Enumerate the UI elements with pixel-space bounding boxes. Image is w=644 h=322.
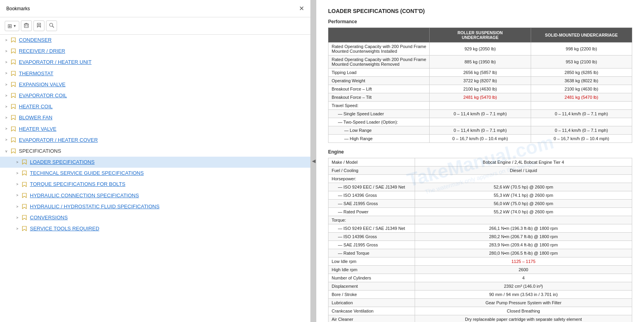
page-title: LOADER SPECIFICATIONS (CONT'D) [328, 8, 632, 14]
table-cell-roller: 885 kg (1950 lb) [430, 56, 531, 68]
bookmark-item-evap-heater-cover[interactable]: >EVAPORATOR / HEATER COVER [0, 135, 310, 146]
bookmark-flag-icon [20, 215, 28, 220]
bookmark-toggle-expansion-valve[interactable]: > [3, 82, 9, 87]
table-cell-solid: 0 – 11,4 km/h (0 – 7.1 mph) [531, 110, 632, 118]
engine-table-body: Make / ModelBobcat Engine / 2,4L Bobcat … [328, 158, 632, 322]
bookmark-toggle-evap-heater-cover[interactable]: > [3, 137, 9, 142]
table-cell-value [415, 175, 632, 183]
add-bookmark-button[interactable] [33, 20, 44, 31]
bookmark-flag-icon [20, 226, 28, 231]
collapse-arrow-icon: ◀ [312, 158, 316, 164]
bookmark-toggle-evap-heater-unit[interactable]: > [3, 60, 9, 65]
table-cell-roller: 0 – 16,7 km/h (0 – 10.4 mph) [430, 135, 531, 143]
bookmark-flag-icon [20, 193, 28, 198]
table-cell-label: Air Cleaner [328, 315, 415, 322]
bookmark-toggle-hydraulic-conn[interactable]: > [14, 193, 20, 198]
table-row: Horsepower: [328, 175, 632, 183]
bookmark-item-expansion-valve[interactable]: >EXPANSION VALVE [0, 79, 310, 90]
bookmark-toggle-loader-specs[interactable]: > [14, 160, 20, 165]
table-row: — Rated Power55,2 kW (74.0 hp) @ 2600 rp… [328, 208, 632, 216]
table-row: Operating Weight3722 kg (8207 lb)3638 kg… [328, 77, 632, 85]
grid-view-button[interactable]: ⊞ ▼ [5, 21, 19, 31]
search-bookmark-button[interactable] [46, 20, 57, 31]
bookmark-toggle-thermostat[interactable]: > [3, 71, 9, 76]
bookmark-item-heater-coil[interactable]: >HEATER COIL [0, 101, 310, 112]
bookmark-toggle-heater-coil[interactable]: > [3, 104, 9, 109]
bookmark-item-evap-heater-unit[interactable]: >EVAPORATOR / HEATER UNIT [0, 57, 310, 68]
bookmark-toggle-torque-bolts[interactable]: > [14, 182, 20, 187]
bookmark-item-hydraulic-fluid[interactable]: >HYDRAULIC / HYDROSTATIC FLUID SPECIFICA… [0, 201, 310, 212]
bookmark-flag-icon [9, 59, 17, 65]
bookmark-flag-icon [20, 204, 28, 209]
table-row: Rated Operating Capacity with 200 Pound … [328, 43, 632, 56]
table-row: High Idle rpm2600 [328, 266, 632, 274]
table-row: Breakout Force – Tilt2481 kg (5470 lb)24… [328, 93, 632, 102]
bookmark-label-heater-valve: HEATER VALVE [19, 126, 307, 133]
bookmark-toggle-specifications[interactable]: v [3, 149, 9, 154]
bookmark-toggle-evap-coil[interactable]: > [3, 93, 9, 98]
table-row: Crankcase VentilationClosed Breathing [328, 307, 632, 315]
bookmark-flag-icon [20, 170, 28, 176]
bookmark-toggle-blower-fan[interactable]: > [3, 115, 9, 120]
bookmark-label-service-tools: SERVICE TOOLS REQUIRED [30, 225, 307, 232]
bookmark-item-blower-fan[interactable]: >BLOWER FAN [0, 112, 310, 123]
table-cell-label: — SAE J1995 Gross [328, 241, 415, 249]
bookmark-label-condenser: CONDENSER [19, 37, 307, 44]
bookmark-item-conversions[interactable]: >CONVERSIONS [0, 212, 310, 223]
table-cell-label: — Rated Torque [328, 249, 415, 257]
bookmarks-header: Bookmarks ✕ [0, 0, 310, 17]
bookmark-toggle-hydraulic-fluid[interactable]: > [14, 204, 20, 209]
table-cell-label: Breakout Force – Lift [328, 85, 430, 93]
bookmark-label-expansion-valve: EXPANSION VALVE [19, 81, 307, 88]
table-row: — Low Range0 – 11,4 km/h (0 – 7.1 mph)0 … [328, 126, 632, 135]
bookmarks-panel: Bookmarks ✕ ⊞ ▼ [0, 0, 311, 322]
bookmark-item-hydraulic-conn[interactable]: >HYDRAULIC CONNECTION SPECIFICATIONS [0, 190, 310, 201]
panel-divider[interactable]: ◀ [311, 0, 316, 322]
bookmark-label-specifications: SPECIFICATIONS [19, 148, 307, 155]
table-cell-solid: 2850 kg (6285 lb) [531, 68, 632, 77]
table-row: — Two-Speed Loader (Option): [328, 118, 632, 126]
perf-header-col3: SOLID-MOUNTED UNDERCARRIAGE [531, 28, 632, 43]
table-row: Rated Operating Capacity with 200 Pound … [328, 56, 632, 68]
table-cell-label: Rated Operating Capacity with 200 Pound … [328, 43, 430, 56]
bookmark-item-condenser[interactable]: >CONDENSER [0, 35, 310, 46]
bookmark-item-specifications[interactable]: vSPECIFICATIONS [0, 146, 310, 157]
table-cell-solid [531, 118, 632, 126]
table-row: LubricationGear Pump Pressure System wit… [328, 299, 632, 307]
table-row: — SAE J1995 Gross283,9 N•m (209.4 ft-lb)… [328, 241, 632, 249]
table-cell-label: Displacement [328, 282, 415, 291]
table-row: Low Idle rpm1125 – 1175 [328, 257, 632, 266]
bookmark-toggle-condenser[interactable]: > [3, 38, 9, 43]
bookmark-flag-icon [9, 82, 17, 87]
bookmark-item-loader-specs[interactable]: >LOADER SPECIFICATIONS [0, 157, 310, 168]
bookmark-toggle-service-tools[interactable]: > [14, 226, 20, 231]
table-row: Make / ModelBobcat Engine / 2,4L Bobcat … [328, 158, 632, 167]
bookmark-item-receiver-drier[interactable]: >RECEIVER / DRIER [0, 46, 310, 57]
bookmark-toggle-receiver-drier[interactable]: > [3, 49, 9, 54]
table-cell-label: — Two-Speed Loader (Option): [328, 118, 430, 126]
bookmark-item-heater-valve[interactable]: >HEATER VALVE [0, 124, 310, 135]
perf-header-col2: ROLLER SUSPENSIONUNDERCARRIAGE [430, 28, 531, 43]
table-cell-roller: 929 kg (2050 lb) [430, 43, 531, 56]
bookmark-item-torque-bolts[interactable]: >TORQUE SPECIFICATIONS FOR BOLTS [0, 179, 310, 190]
bookmark-item-evap-coil[interactable]: >EVAPORATOR COIL [0, 90, 310, 101]
bookmark-label-torque-bolts: TORQUE SPECIFICATIONS FOR BOLTS [30, 181, 307, 188]
table-cell-solid: 998 kg (2200 lb) [531, 43, 632, 56]
engine-section-label: Engine [328, 149, 632, 155]
table-cell-roller: 2656 kg (5857 lb) [430, 68, 531, 77]
close-button[interactable]: ✕ [299, 5, 304, 12]
bookmark-toggle-tech-service-guide[interactable]: > [14, 171, 20, 176]
bookmark-item-tech-service-guide[interactable]: >TECHINCAL SERVICE GUIDE SPECIFICATIONS [0, 168, 310, 179]
table-row: Number of Cylinders4 [328, 274, 632, 282]
bookmark-item-thermostat[interactable]: >THERMOSTAT [0, 68, 310, 79]
bookmark-item-service-tools[interactable]: >SERVICE TOOLS REQUIRED [0, 223, 310, 234]
content-panel: TakeManual.com The watermark only appear… [316, 0, 644, 322]
table-cell-value: 90 mm / 94 mm (3.543 in / 3.701 in) [415, 291, 632, 299]
svg-line-7 [52, 26, 54, 28]
bookmark-label-thermostat: THERMOSTAT [19, 70, 307, 77]
bookmark-toggle-conversions[interactable]: > [14, 215, 20, 220]
bookmark-toggle-heater-valve[interactable]: > [3, 126, 9, 131]
table-cell-label: — ISO 9249 EEC / SAE J1349 Net [328, 224, 415, 233]
table-cell-value: Bobcat Engine / 2,4L Bobcat Engine Tier … [415, 158, 632, 167]
delete-bookmark-button[interactable] [21, 20, 32, 31]
